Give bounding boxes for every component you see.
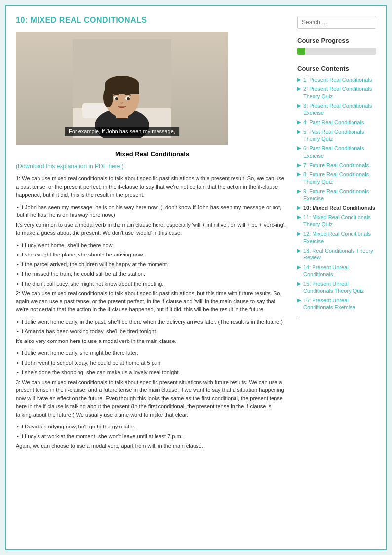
sidebar: Course Progress Course Contents ▶1: Pres… — [297, 16, 376, 322]
bullet3d: • If John went to school today, he could… — [16, 359, 288, 367]
course-list-item: ▶10: Mixed Real Conditionals — [297, 204, 376, 211]
bullet3a: • If Julie went home early, in the past,… — [16, 318, 288, 326]
course-list-link[interactable]: 5: Past Real Conditionals Theory Quiz — [303, 128, 376, 143]
bullet4b: • If Lucy's at work at the moment, she w… — [16, 432, 288, 441]
course-list-item: ▶15: Present Unreal Conditionals Theory … — [297, 280, 376, 295]
page-wrapper: 10: MIXED REAL CONDITIONALS — [5, 5, 387, 550]
more-items-indicator: · — [297, 315, 299, 321]
course-list-item: ▶11: Mixed Real Conditionals Theory Quiz — [297, 214, 376, 228]
paragraph1: 1: We can use mixed real conditionals to… — [16, 174, 288, 199]
course-list-link[interactable]: 7: Future Real Conditionals — [303, 162, 369, 169]
course-list-item: ▶4: Past Real Conditionals — [297, 119, 376, 126]
download-link[interactable]: (Download this explanation in PDF here.) — [16, 163, 288, 170]
list-arrow-icon: ▶ — [297, 264, 301, 270]
list-arrow-icon: ▶ — [297, 248, 301, 253]
course-contents-list: ▶1: Present Real Conditionals▶2: Present… — [297, 76, 376, 311]
bullet2e: • If he didn't call Lucy, she might not … — [16, 280, 288, 288]
course-list-link[interactable]: 9: Future Real Conditionals Exercise — [303, 188, 376, 202]
course-list-link[interactable]: 10: Mixed Real Conditionals — [303, 204, 375, 211]
course-list-link[interactable]: 6: Past Real Conditionals Exercise — [303, 145, 376, 159]
content-area: 10: MIXED REAL CONDITIONALS — [16, 16, 288, 454]
video-subtitle: For example, if John has seen my message… — [65, 127, 179, 136]
course-list-item: ▶16: Present Unreal Conditionals Exercis… — [297, 297, 376, 311]
course-list-item: ▶7: Future Real Conditionals — [297, 162, 376, 169]
list-arrow-icon: ▶ — [297, 77, 301, 82]
paragraph3: 2: We can use mixed real conditionals to… — [16, 289, 288, 314]
page-title: 10: MIXED REAL CONDITIONALS — [16, 16, 288, 25]
course-list-item: ▶6: Past Real Conditionals Exercise — [297, 145, 376, 159]
course-list-item: ▶12: Mixed Real Conditionals Exercise — [297, 230, 376, 245]
list-arrow-icon: ▶ — [297, 162, 301, 168]
list-arrow-icon: ▶ — [297, 298, 301, 303]
course-list-item: ▶8: Future Real Conditionals Theory Quiz — [297, 171, 376, 185]
list-arrow-icon: ▶ — [297, 205, 301, 210]
course-list-link[interactable]: 13: Real Conditionals Theory Review — [303, 247, 376, 261]
bullet2b: • If she caught the plane, she should be… — [16, 251, 288, 259]
progress-bar-fill — [297, 48, 305, 55]
course-list-item: ▶2: Present Real Conditionals Theory Qui… — [297, 85, 376, 100]
list-arrow-icon: ▶ — [297, 214, 301, 220]
course-list-link[interactable]: 12: Mixed Real Conditionals Exercise — [303, 230, 376, 245]
content-text: 1: We can use mixed real conditionals to… — [16, 174, 288, 450]
course-list-link[interactable]: 14: Present Unreal Conditionals — [303, 264, 376, 278]
list-arrow-icon: ▶ — [297, 188, 301, 194]
course-list-link[interactable]: 2: Present Real Conditionals Theory Quiz — [303, 85, 376, 100]
bullet2a: • If Lucy went home, she'll be there now… — [16, 241, 288, 250]
course-list-item: ▶13: Real Conditionals Theory Review — [297, 247, 376, 261]
course-list-item: ▶5: Past Real Conditionals Theory Quiz — [297, 128, 376, 143]
bullet4a: • If David's studying now, he'll go to t… — [16, 423, 288, 431]
para3b: It's also very common here to use a moda… — [16, 337, 288, 345]
course-list-link[interactable]: 8: Future Real Conditionals Theory Quiz — [303, 171, 376, 185]
search-input[interactable] — [297, 16, 376, 29]
list-arrow-icon: ▶ — [297, 171, 301, 177]
person-illustration — [73, 39, 171, 138]
course-list-item: ▶14: Present Unreal Conditionals — [297, 264, 376, 278]
course-list-link[interactable]: 1: Present Real Conditionals — [303, 76, 372, 83]
list-arrow-icon: ▶ — [297, 103, 301, 108]
para2: It's very common to use a modal verb in … — [16, 221, 288, 237]
course-contents-section: Course Contents ▶1: Present Real Conditi… — [297, 65, 376, 322]
video-caption: Mixed Real Conditionals — [16, 150, 288, 158]
bullet3c: • If Julie went home early, she might be… — [16, 349, 288, 357]
list-arrow-icon: ▶ — [297, 129, 301, 134]
svg-point-11 — [115, 97, 118, 100]
list-arrow-icon: ▶ — [297, 231, 301, 236]
course-contents-title: Course Contents — [297, 65, 376, 72]
bullet2c: • If the parcel arrived, the children wi… — [16, 260, 288, 269]
list-arrow-icon: ▶ — [297, 281, 301, 286]
list-arrow-icon: ▶ — [297, 145, 301, 151]
course-list-link[interactable]: 4: Past Real Conditionals — [303, 119, 364, 126]
video-player[interactable]: For example, if John has seen my message… — [16, 32, 228, 145]
course-list-link[interactable]: 3: Present Real Conditionals Exercise — [303, 102, 376, 117]
list-arrow-icon: ▶ — [297, 119, 301, 125]
list-arrow-icon: ▶ — [297, 86, 301, 91]
course-progress-title: Course Progress — [297, 37, 376, 44]
bullet3e: • If she's done the shopping, she can ma… — [16, 368, 288, 377]
course-list-link[interactable]: 11: Mixed Real Conditionals Theory Quiz — [303, 214, 376, 228]
course-list-item: ▶3: Present Real Conditionals Exercise — [297, 102, 376, 117]
course-list-item: ▶1: Present Real Conditionals — [297, 76, 376, 83]
bullet2d: • If he missed the train, he could still… — [16, 270, 288, 278]
main-layout: 10: MIXED REAL CONDITIONALS — [16, 16, 376, 454]
course-list-link[interactable]: 15: Present Unreal Conditionals Theory Q… — [303, 280, 376, 295]
svg-point-12 — [127, 97, 130, 100]
paragraph4: 3: We can use mixed real conditionals to… — [16, 378, 288, 419]
bullet1a: • If John has seen my message, he is on … — [16, 203, 288, 219]
para4b: Again, we can choose to use a modal verb… — [16, 442, 288, 450]
bullet3b: • If Amanda has been working today, she'… — [16, 327, 288, 336]
course-progress-section: Course Progress — [297, 37, 376, 55]
svg-point-8 — [103, 87, 113, 107]
course-list-item: ▶9: Future Real Conditionals Exercise — [297, 188, 376, 202]
course-list-link[interactable]: 16: Present Unreal Conditionals Exercise — [303, 297, 376, 311]
progress-bar-background — [297, 48, 376, 55]
